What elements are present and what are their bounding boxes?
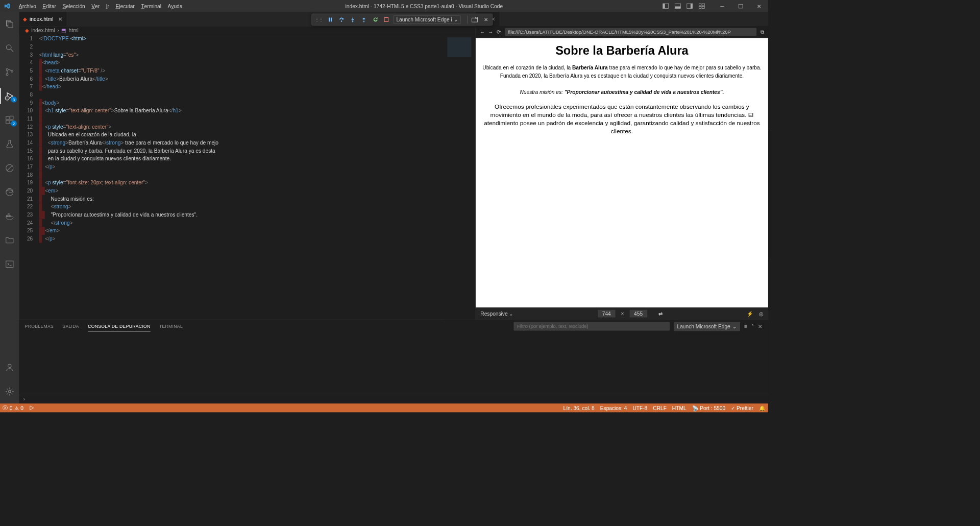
status-eol[interactable]: CRLF [650,403,670,412]
svg-rect-25 [6,116,9,119]
explorer-icon[interactable] [0,16,19,32]
debug-stepover-icon[interactable] [337,16,346,24]
panel-tab-terminal[interactable]: TERMINAL [159,321,183,331]
wand-icon[interactable]: ⚡ [747,310,753,317]
layout-right-icon[interactable] [687,3,693,9]
svg-point-22 [6,74,8,76]
panel-tab-salida[interactable]: SALIDA [62,321,79,331]
vscode-logo-icon [0,3,14,9]
debug-stepinto-icon[interactable] [349,16,357,24]
svg-rect-5 [691,4,693,8]
filter-settings-icon[interactable]: ≡ [744,323,747,329]
drag-grip-icon[interactable]: ⋮⋮ [314,17,323,23]
breadcrumb-symbol[interactable]: html [68,28,78,34]
forward-icon[interactable]: → [488,29,493,35]
debug-pause-icon[interactable] [326,16,334,24]
debug-toolbar[interactable]: ⋮⋮ Launch Microsoft Edge i⌄ ✕ [311,14,493,26]
debug-close-icon[interactable]: ✕ [482,16,491,24]
svg-point-24 [5,96,9,100]
gear-icon[interactable] [0,384,19,399]
preview-paragraph: Ubicada en el corazón de la ciudad, la B… [480,64,764,80]
menu-archivo[interactable]: Archivo [16,0,40,12]
device-select[interactable]: Responsive ⌄ [480,310,513,317]
docker-icon[interactable] [0,208,19,224]
window-minimize[interactable]: ─ [713,0,731,12]
status-spaces[interactable]: Espacios: 4 [597,403,630,412]
html-file-icon: ◆ [25,28,29,34]
close-icon[interactable]: ✕ [58,16,63,22]
layout-left-icon[interactable] [663,3,669,9]
window-maximize[interactable] [731,0,750,12]
status-errors[interactable]: ⓧ0⚠0 [0,403,26,412]
status-ln-col[interactable]: Lín. 36, col. 8 [560,403,597,412]
debug-console-output[interactable] [19,332,768,394]
html-file-icon: ◆ [23,16,27,22]
scm-icon[interactable] [0,64,19,80]
tab-index-html[interactable]: ◆ index.html ✕ [19,12,67,26]
preview-viewport[interactable]: Sobre la Barbería Alura Ubicada en el co… [476,38,768,307]
menu-editar[interactable]: Editar [39,0,59,12]
breadcrumb[interactable]: ◆ index.html › ⬒ html [19,26,476,35]
debug-screenshot-icon[interactable] [471,16,479,24]
debug-launch-select[interactable]: Launch Microsoft Edge⌄ [674,322,740,331]
status-bell-icon[interactable]: 🔔 [756,403,768,412]
panel-tab-consola-de-depuración[interactable]: CONSOLA DE DEPURACIÓN [88,321,151,331]
status-port[interactable]: 📡Port : 5500 [689,403,728,412]
svg-rect-26 [6,121,9,124]
debug-config-select[interactable]: Launch Microsoft Edge i⌄ [394,15,461,24]
panel-tab-problemas[interactable]: PROBLEMAS [25,321,54,331]
menu-ir[interactable]: Ir [103,0,112,12]
breadcrumb-file[interactable]: index.html [31,28,55,34]
window-close[interactable]: ✕ [750,0,768,12]
debug-stop-icon[interactable] [382,16,390,24]
layout-bottom-icon[interactable] [674,3,681,9]
chevron-down-icon: ⌄ [732,323,737,329]
target-icon[interactable]: ◎ [759,310,764,317]
account-icon[interactable] [0,360,19,375]
address-input[interactable] [505,28,756,36]
menu-ayuda[interactable]: Ayuda [164,0,185,12]
debug-icon[interactable]: 3 [0,88,19,104]
reload-icon[interactable]: ⟳ [497,29,501,35]
folder-icon[interactable] [0,232,19,248]
svg-point-15 [363,21,364,22]
edge-icon[interactable] [0,184,19,200]
svg-rect-6 [699,4,701,6]
svg-rect-1 [663,4,665,8]
flask-icon[interactable] [0,136,19,152]
back-icon[interactable]: ← [480,29,485,35]
bottom-panel: PROBLEMASSALIDACONSOLA DE DEPURACIÓNTERM… [19,319,768,403]
preview-address-bar: ← → ⟳ ⧉ [476,26,768,38]
rotate-icon[interactable]: ⇄ [658,310,663,317]
filter-input[interactable] [514,322,670,330]
svg-point-14 [352,21,353,22]
debug-stepout-icon[interactable] [360,16,368,24]
close-panel-icon[interactable]: ✕ [758,323,763,329]
no-entry-icon[interactable] [0,160,19,176]
code-editor[interactable]: 1234567891011121314151617181920212223242… [19,35,476,319]
svg-rect-3 [675,7,680,9]
svg-rect-7 [702,4,705,6]
debug-restart-icon[interactable] [371,16,379,24]
debug-console-input-chevron[interactable]: › [19,395,768,403]
menu-selección[interactable]: Selección [59,0,88,12]
width-input[interactable] [598,310,615,318]
status-language[interactable]: HTML [669,403,689,412]
extensions-icon[interactable]: 2 [0,112,19,128]
layout-grid-icon[interactable] [699,3,705,9]
terminal-icon[interactable] [0,256,19,272]
menu-ver[interactable]: Ver [88,0,103,12]
status-debug-icon[interactable] [26,403,37,412]
height-input[interactable] [629,310,647,318]
debug-badge: 3 [11,97,17,103]
status-encoding[interactable]: UTF-8 [630,403,650,412]
minimap[interactable] [443,35,475,319]
status-prettier[interactable]: Prettier [728,403,756,412]
search-icon[interactable] [0,40,19,56]
menu-terminal[interactable]: Terminal [138,0,164,12]
popout-icon[interactable]: ⧉ [761,29,764,35]
tab-label: index.html [30,16,53,22]
maximize-panel-icon[interactable]: ˄ [751,323,754,329]
preview-pane: ✕ ← → ⟳ ⧉ Sobre la Barbería Alura Ubicad… [475,12,768,320]
menu-ejecutar[interactable]: Ejecutar [112,0,138,12]
